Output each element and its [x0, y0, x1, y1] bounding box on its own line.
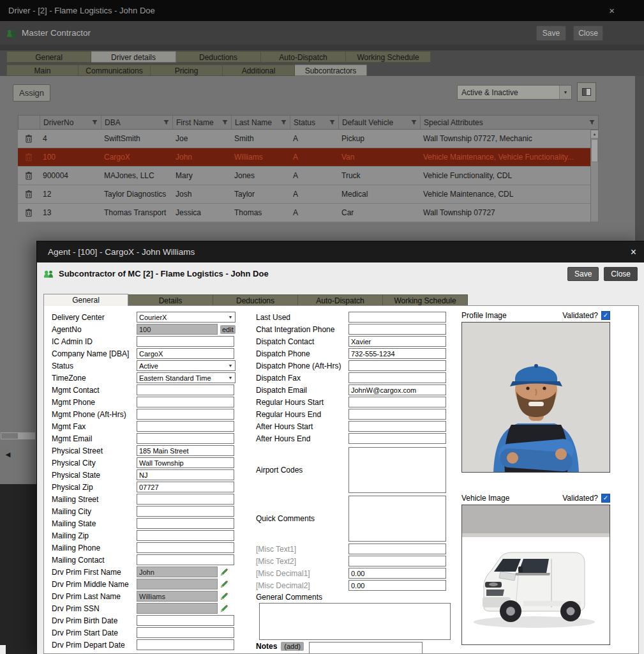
status-filter-select[interactable]: Active & Inactive ▼ [457, 85, 572, 100]
field-input[interactable] [137, 445, 234, 456]
tab[interactable]: Auto-Dispatch [298, 294, 383, 306]
field-input[interactable] [348, 556, 446, 567]
field-select[interactable]: Active ▼ [137, 360, 236, 371]
close-icon[interactable]: × [609, 0, 615, 21]
table-row[interactable]: 13 Thomas Transport Jessica Thomas A Car… [18, 204, 590, 222]
field-input[interactable] [137, 615, 234, 626]
field-input[interactable] [348, 348, 446, 359]
scroll-thumb[interactable] [591, 139, 598, 162]
field-select[interactable]: Eastern Standard Time ▼ [137, 372, 236, 383]
column-header[interactable]: DBA [101, 116, 173, 129]
field-input[interactable] [137, 554, 234, 565]
vehicle-validated-checkbox[interactable]: ✓ [601, 494, 610, 503]
table-row[interactable]: 900004 MAJones, LLC Mary Jones A Truck V… [18, 167, 590, 185]
tab[interactable]: General [43, 294, 128, 306]
assign-button[interactable]: Assign [13, 84, 50, 102]
field-input[interactable] [348, 397, 446, 407]
close-icon[interactable]: × [631, 241, 636, 262]
delete-row-icon[interactable] [25, 171, 33, 180]
column-header[interactable]: Last Name [232, 116, 290, 129]
field-input[interactable] [348, 568, 446, 579]
field-input[interactable] [137, 457, 234, 468]
field-input[interactable] [137, 336, 234, 347]
filter-funnel-icon[interactable] [161, 119, 169, 125]
field-input[interactable] [137, 494, 234, 505]
edit-pencil-icon[interactable] [220, 580, 228, 588]
filter-funnel-icon[interactable] [278, 119, 287, 125]
delete-row-icon[interactable] [25, 134, 33, 143]
table-row[interactable]: 100 CargoX John Williams A Van Vehicle M… [18, 148, 590, 167]
tab[interactable]: Additional [223, 65, 295, 76]
field-input[interactable] [137, 506, 234, 517]
field-input[interactable] [137, 530, 234, 541]
quick-comments-textarea[interactable] [348, 496, 446, 542]
field-input[interactable] [137, 482, 234, 492]
filter-funnel-icon[interactable] [220, 119, 228, 125]
field-input[interactable] [348, 384, 446, 395]
layout-toggle-button[interactable] [577, 82, 596, 102]
field-input[interactable] [137, 409, 234, 420]
tab[interactable]: Communications [79, 65, 151, 76]
tab[interactable]: Auto-Dispatch [261, 51, 346, 63]
field-input[interactable] [348, 360, 446, 371]
tab[interactable]: Main [6, 65, 79, 76]
filter-funnel-icon[interactable] [408, 119, 417, 125]
tab[interactable]: General [6, 51, 91, 63]
tab[interactable]: Deductions [213, 294, 298, 306]
field-input[interactable] [348, 433, 446, 444]
close-button[interactable]: Close [604, 267, 638, 281]
tab[interactable]: Pricing [151, 65, 223, 76]
profile-validated-checkbox[interactable]: ✓ [601, 311, 610, 320]
column-header[interactable]: Special Attributes [421, 116, 598, 129]
field-input[interactable] [348, 336, 446, 347]
save-button[interactable]: Save [536, 26, 566, 41]
field-input[interactable] [137, 542, 234, 553]
filter-funnel-icon[interactable] [327, 119, 335, 125]
field-input[interactable] [137, 384, 234, 395]
notes-textarea[interactable] [309, 642, 423, 654]
edit-link[interactable]: edit [220, 325, 236, 334]
table-row[interactable]: 12 Taylor Diagnostics Josh Taylor A Medi… [18, 185, 590, 204]
field-input[interactable] [348, 421, 446, 432]
table-row[interactable]: 4 SwiftSmith Joe Smith A Pickup Wall Tow… [18, 130, 590, 148]
airport-codes-textarea[interactable] [348, 447, 446, 493]
tab[interactable]: Deductions [176, 51, 261, 63]
skip-left-icon[interactable]: ◄ [4, 450, 12, 459]
add-note-button[interactable]: (add) [281, 642, 304, 651]
field-input[interactable] [137, 421, 234, 432]
edit-pencil-icon[interactable] [220, 568, 228, 576]
field-input[interactable] [348, 372, 446, 383]
save-button[interactable]: Save [567, 267, 599, 281]
tab[interactable]: Details [128, 294, 213, 306]
field-input[interactable] [137, 433, 234, 444]
field-input[interactable] [348, 312, 446, 323]
field-input[interactable] [348, 580, 446, 591]
scroll-up-icon[interactable]: ▲ [591, 130, 598, 139]
delete-row-icon[interactable] [25, 153, 33, 162]
field-input[interactable] [348, 324, 446, 335]
tab[interactable]: Working Schedule [383, 294, 468, 306]
field-input[interactable] [137, 639, 234, 650]
h-scroll-thumb[interactable] [1, 433, 18, 439]
tab[interactable]: Subcontractors [295, 65, 367, 76]
field-input[interactable] [137, 518, 234, 529]
field-input[interactable] [137, 627, 234, 638]
column-header[interactable]: Default Vehicle [339, 116, 421, 129]
field-input[interactable] [137, 397, 234, 407]
field-input[interactable] [137, 469, 234, 480]
tab[interactable]: Driver details [91, 51, 176, 63]
filter-funnel-icon[interactable] [587, 119, 595, 125]
general-comments-textarea[interactable] [259, 603, 451, 640]
delete-row-icon[interactable] [25, 190, 33, 199]
field-select[interactable]: CourierX ▼ [137, 312, 236, 323]
edit-pencil-icon[interactable] [220, 592, 228, 600]
grid-scrollbar[interactable]: ▲ [590, 130, 599, 222]
delete-row-icon[interactable] [25, 208, 33, 217]
driver-window-titlebar[interactable]: Driver - [2] - Flame Logistics - John Do… [0, 0, 644, 21]
tab[interactable]: Working Schedule [346, 51, 431, 63]
agent-modal-titlebar[interactable]: Agent - [100] - CargoX - John Williams × [37, 241, 644, 262]
column-header[interactable]: First Name [173, 116, 232, 129]
field-input[interactable] [348, 544, 446, 554]
column-header[interactable]: DriverNo [40, 116, 101, 129]
h-scrollbar-fragment[interactable] [0, 432, 36, 440]
